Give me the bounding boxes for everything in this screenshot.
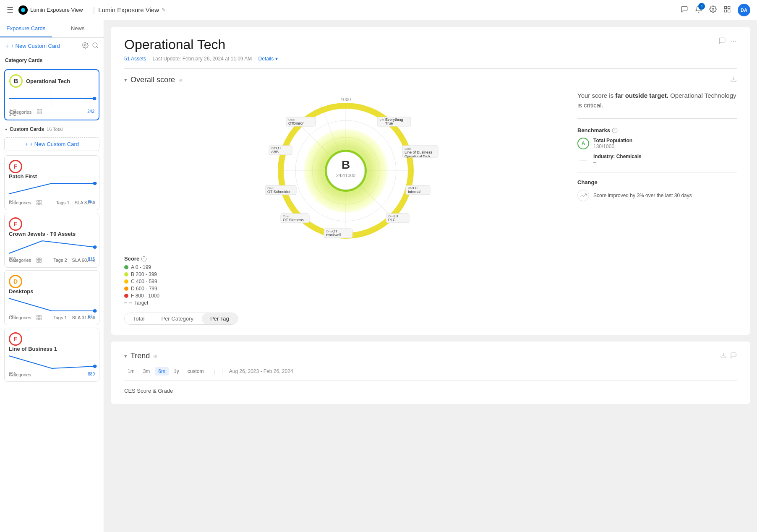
change-icon — [577, 190, 589, 201]
list-item[interactable]: F Line of Business 1 891 889 Categories — [4, 328, 99, 382]
settings-icon[interactable] — [709, 5, 717, 15]
assets-link[interactable]: 51 Assets — [124, 56, 146, 62]
more-options-icon[interactable]: ⋯ — [730, 37, 737, 46]
sparkline-area: 716 675 — [9, 296, 95, 313]
date-range: Aug 26, 2023 - Feb 26, 2024 — [222, 368, 293, 374]
svg-text:Internal: Internal — [408, 190, 420, 194]
score-end: 242 — [87, 109, 94, 114]
legend-item-c: C 400 - 599 — [124, 279, 567, 284]
overall-section: B 242/1000 1000 One OT Omron — [124, 91, 737, 325]
svg-point-24 — [93, 309, 97, 313]
trend-controls: 1m 3m 6m 1y custom | Aug 26, 2023 - Feb … — [124, 367, 737, 381]
benchmarks-section: Benchmarks A Total Population 130/1000 — [577, 127, 737, 165]
legend-item-b: B 200 - 399 — [124, 271, 567, 277]
svg-point-19 — [93, 245, 97, 249]
svg-point-6 — [93, 43, 97, 47]
trend-comment-icon[interactable] — [730, 352, 737, 360]
time-btn-3m[interactable]: 3m — [140, 367, 154, 376]
comment-icon[interactable] — [718, 37, 726, 46]
collapse-icon[interactable]: ▾ — [124, 77, 127, 83]
trend-chart-icon: ≋ — [153, 353, 157, 359]
last-update: Last Update: February 26, 2024 at 11:09 … — [152, 56, 252, 62]
trend-download-icon[interactable] — [720, 352, 727, 360]
export-icon[interactable] — [730, 76, 737, 84]
svg-rect-4 — [728, 10, 730, 12]
user-avatar[interactable]: DA — [738, 4, 750, 16]
ces-score-label: CES Score & Grade — [124, 388, 737, 394]
logo-icon — [18, 5, 28, 15]
tab-total[interactable]: Total — [125, 313, 153, 324]
radar-chart: B 242/1000 1000 One OT Omron — [258, 95, 434, 246]
grade-badge-f: F — [9, 332, 22, 346]
list-item[interactable]: F Crown Jewels - T0 Assets 803 815 Categ… — [4, 213, 99, 268]
trend-icons — [720, 352, 737, 360]
card-name: Crown Jewels - T0 Assets — [9, 231, 76, 237]
svg-point-9 — [92, 97, 96, 100]
custom-cards-title: Custom Cards — [10, 126, 44, 132]
trend-card: ▾ Trend ≋ 1m 3m 6m 1y — [111, 342, 750, 404]
grade-badge-f: F — [9, 217, 22, 231]
benchmarks-title: Benchmarks — [577, 127, 737, 133]
svg-point-14 — [93, 182, 97, 185]
legend-item-target: Target — [124, 300, 567, 306]
notification-icon[interactable]: 4 — [695, 5, 702, 15]
time-btn-1y[interactable]: 1y — [170, 367, 183, 376]
overall-score-section: ▾ Overall score ≋ — [124, 76, 737, 325]
svg-point-0 — [712, 8, 714, 10]
content-header: Operational Tech ⋯ — [124, 37, 737, 52]
nav-page-title: Lumin Exposure View ✎ — [98, 6, 165, 13]
new-custom-card-button[interactable]: + + New Custom Card — [5, 42, 78, 50]
section-title: Overall score — [131, 76, 175, 84]
notification-badge: 4 — [698, 3, 705, 10]
svg-text:Line of Business: Line of Business — [405, 150, 433, 154]
top-nav: ☰ Lumin Exposure View | Lumin Exposure V… — [0, 0, 757, 20]
grade-badge-f: F — [9, 160, 22, 173]
section-title-row: ▾ Overall score ≋ — [124, 76, 737, 84]
chart-area: B 242/1000 1000 One OT Omron — [124, 91, 567, 325]
custom-cards-total: 16 Total — [47, 127, 63, 132]
change-row: Score improved by 3% over the last 30 da… — [577, 190, 737, 201]
list-item[interactable]: D Desktops 716 675 Categories — [4, 270, 99, 325]
benchmark-grade-icon: A — [577, 138, 589, 149]
svg-text:True: True — [385, 121, 393, 125]
svg-text:Rockwell: Rockwell — [326, 233, 341, 237]
svg-text:ABB: ABB — [271, 150, 279, 154]
tab-exposure-cards[interactable]: Exposure Cards — [0, 20, 52, 37]
sidebar-settings-icon[interactable] — [82, 42, 89, 50]
svg-text:1000: 1000 — [341, 97, 351, 102]
hamburger-menu[interactable]: ☰ — [7, 5, 13, 15]
benchmark-info: Industry: Chemicals – — [593, 154, 642, 165]
sparkline-area: 843 865 — [9, 181, 95, 198]
tab-per-tag[interactable]: Per Tag — [202, 313, 238, 324]
change-title: Change — [577, 179, 737, 185]
logo: Lumin Exposure View — [18, 5, 83, 15]
svg-rect-3 — [724, 10, 726, 12]
category-card-operational-tech[interactable]: B Operational Tech 242 242 242 — [4, 69, 99, 120]
card-name: Desktops — [9, 288, 34, 295]
card-name: Operational Tech — [26, 78, 70, 84]
edit-icon[interactable]: ✎ — [162, 7, 165, 13]
tab-per-category[interactable]: Per Category — [153, 313, 202, 324]
svg-point-29 — [93, 365, 97, 368]
page-title: Operational Tech — [124, 37, 225, 52]
legend-item-f: F 800 - 1000 — [124, 293, 567, 299]
chat-icon[interactable] — [681, 5, 688, 15]
trend-collapse-icon[interactable]: ▾ — [124, 353, 127, 359]
legend-dot-d — [124, 287, 128, 291]
add-custom-card-row[interactable]: + + New Custom Card — [4, 137, 99, 151]
svg-text:OT Schneider: OT Schneider — [267, 190, 290, 194]
custom-cards-chevron[interactable]: ▾ — [5, 127, 7, 132]
tab-news[interactable]: News — [52, 20, 104, 37]
time-btn-custom[interactable]: custom — [184, 367, 207, 376]
nav-divider: | — [93, 5, 95, 14]
legend-dot-b — [124, 272, 128, 276]
details-link[interactable]: Details ▾ — [258, 56, 278, 62]
time-btn-6m[interactable]: 6m — [155, 367, 169, 376]
svg-text:VM: VM — [379, 118, 384, 122]
apps-icon[interactable] — [723, 5, 731, 15]
score-panel: Your score is far outside target. Operat… — [577, 91, 737, 325]
sidebar-search-icon[interactable] — [92, 42, 99, 50]
benchmark-total-population: A Total Population 130/1000 — [577, 138, 737, 149]
list-item[interactable]: F Patch First 843 865 Categories — [4, 155, 99, 210]
time-btn-1m[interactable]: 1m — [124, 367, 138, 376]
